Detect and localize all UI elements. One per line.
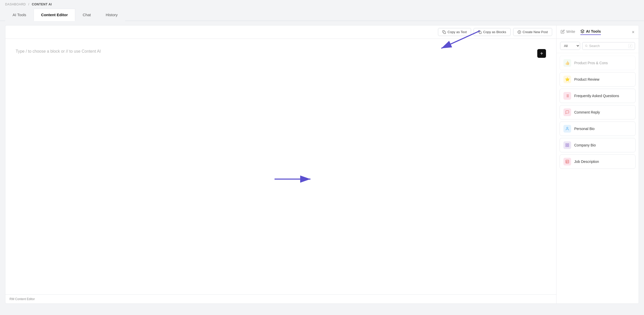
- svg-rect-18: [566, 160, 569, 163]
- copy-as-text-button[interactable]: Copy as Text: [438, 28, 471, 36]
- ai-tools-tab-label: AI Tools: [586, 29, 601, 33]
- editor-right: Write AI Tools × All: [557, 25, 639, 303]
- editor-wrapper: Copy as Text Copy as Blocks Create: [5, 25, 639, 304]
- tool-item-product-review[interactable]: ⭐ Product Review: [560, 72, 636, 87]
- close-button[interactable]: ×: [632, 30, 635, 34]
- tab-ai-tools[interactable]: AI Tools: [5, 9, 34, 21]
- tool-icon-job-description: [563, 158, 571, 165]
- tool-item-company-bio[interactable]: Company Bio: [560, 138, 636, 152]
- ai-tools-icon: [580, 29, 584, 33]
- add-block-button[interactable]: +: [537, 49, 546, 58]
- tool-icon-company-bio: [563, 141, 571, 149]
- copy-as-blocks-button[interactable]: Copy as Blocks: [474, 28, 511, 36]
- tool-icon-faq: [563, 92, 571, 100]
- editor-placeholder: Type / to choose a block or // to use Co…: [16, 49, 101, 53]
- tool-icon-comment-reply: [563, 108, 571, 116]
- svg-rect-17: [566, 145, 567, 147]
- breadcrumb: DASHBOARD / CONTENT AI: [0, 0, 644, 9]
- tool-icon-product-pros-cons: 👍: [563, 59, 571, 67]
- editor-toolbar: Copy as Text Copy as Blocks Create: [5, 25, 556, 39]
- copy-as-blocks-label: Copy as Blocks: [483, 30, 506, 34]
- tool-item-faq[interactable]: Frequently Asked Questions: [560, 89, 636, 103]
- create-new-post-label: Create New Post: [523, 30, 548, 34]
- write-icon: [561, 30, 565, 34]
- tool-item-job-description[interactable]: Job Description: [560, 154, 636, 169]
- tool-label-comment-reply: Comment Reply: [574, 110, 600, 114]
- editor-left: Copy as Text Copy as Blocks Create: [5, 25, 557, 303]
- tab-write[interactable]: Write: [561, 29, 575, 35]
- right-tabs: Write AI Tools: [561, 29, 601, 35]
- tool-item-product-pros-cons: 👍 Product Pros & Cons: [560, 56, 636, 70]
- tab-ai-tools-right[interactable]: AI Tools: [580, 29, 601, 35]
- tools-list: 👍 Product Pros & Cons ⭐ Product Review F…: [557, 53, 639, 303]
- plus-circle-icon: [518, 30, 521, 34]
- breadcrumb-parent[interactable]: DASHBOARD: [5, 3, 26, 6]
- tool-label-product-pros-cons: Product Pros & Cons: [574, 61, 608, 65]
- svg-rect-1: [479, 32, 481, 34]
- tab-history[interactable]: History: [98, 9, 125, 21]
- tab-content-editor[interactable]: Content Editor: [34, 9, 75, 21]
- breadcrumb-separator: /: [28, 3, 29, 6]
- svg-rect-0: [444, 32, 446, 34]
- blocks-icon: [478, 30, 482, 34]
- tool-icon-product-review: ⭐: [563, 76, 571, 83]
- editor-body[interactable]: Type / to choose a block or // to use Co…: [5, 39, 556, 294]
- breadcrumb-current: CONTENT AI: [32, 3, 52, 6]
- svg-rect-14: [566, 144, 567, 145]
- search-icon: [585, 44, 588, 48]
- tool-label-product-review: Product Review: [574, 77, 599, 81]
- tabs-bar: AI Tools Content Editor Chat History: [0, 9, 644, 21]
- tool-item-personal-bio[interactable]: Personal Bio: [560, 122, 636, 136]
- filter-search-container: /: [582, 42, 635, 50]
- tool-item-comment-reply[interactable]: Comment Reply: [560, 105, 636, 119]
- main-content: Copy as Text Copy as Blocks Create: [0, 21, 644, 308]
- right-header: Write AI Tools ×: [557, 25, 639, 39]
- tool-label-company-bio: Company Bio: [574, 143, 596, 147]
- kbd-hint: /: [628, 44, 632, 48]
- svg-point-13: [567, 127, 568, 128]
- tool-label-job-description: Job Description: [574, 160, 599, 164]
- copy-as-text-label: Copy as Text: [447, 30, 467, 34]
- svg-point-5: [585, 45, 587, 47]
- editor-footer-label: RM Content Editor: [9, 297, 35, 301]
- filter-dropdown[interactable]: All Blog Social SEO: [560, 42, 580, 50]
- right-filter: All Blog Social SEO /: [557, 39, 639, 53]
- svg-line-6: [587, 47, 587, 47]
- tool-icon-personal-bio: [563, 125, 571, 133]
- create-new-post-button[interactable]: Create New Post: [513, 28, 552, 36]
- tool-label-faq: Frequently Asked Questions: [574, 94, 619, 98]
- tab-chat[interactable]: Chat: [75, 9, 98, 21]
- search-input[interactable]: [589, 44, 627, 48]
- tool-label-personal-bio: Personal Bio: [574, 127, 594, 131]
- editor-footer: RM Content Editor: [5, 294, 556, 303]
- svg-rect-16: [568, 145, 569, 147]
- svg-rect-15: [568, 144, 569, 145]
- copy-icon: [442, 30, 446, 34]
- write-tab-label: Write: [566, 29, 575, 34]
